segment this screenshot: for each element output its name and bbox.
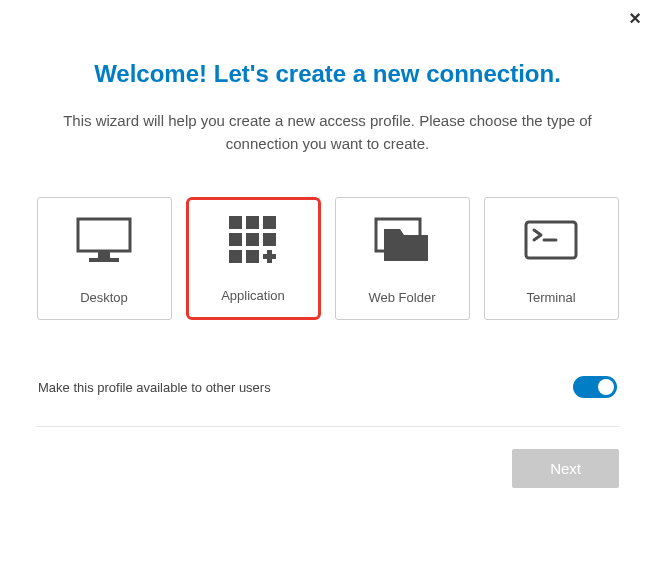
svg-rect-3 <box>229 216 242 229</box>
option-application[interactable]: Application <box>186 197 321 320</box>
wizard-body: Welcome! Let's create a new connection. … <box>0 0 655 427</box>
svg-rect-1 <box>98 251 110 258</box>
option-webfolder-label: Web Folder <box>369 290 436 305</box>
wizard-footer: Next <box>0 427 655 488</box>
share-profile-row: Make this profile available to other use… <box>36 376 619 398</box>
svg-rect-0 <box>78 219 130 251</box>
share-profile-label: Make this profile available to other use… <box>38 380 271 395</box>
svg-rect-4 <box>246 216 259 229</box>
page-subtitle: This wizard will help you create a new a… <box>36 110 619 155</box>
option-application-label: Application <box>221 288 285 303</box>
svg-rect-10 <box>246 250 259 263</box>
svg-rect-6 <box>229 233 242 246</box>
svg-rect-2 <box>89 258 119 262</box>
svg-rect-8 <box>263 233 276 246</box>
option-terminal-label: Terminal <box>526 290 575 305</box>
option-desktop-label: Desktop <box>80 290 128 305</box>
option-desktop[interactable]: Desktop <box>37 197 172 320</box>
connection-type-options: Desktop Application <box>36 197 619 320</box>
next-button[interactable]: Next <box>512 449 619 488</box>
option-webfolder[interactable]: Web Folder <box>335 197 470 320</box>
desktop-icon <box>38 198 171 272</box>
svg-rect-9 <box>229 250 242 263</box>
share-profile-toggle[interactable] <box>573 376 617 398</box>
terminal-icon <box>485 198 618 272</box>
option-terminal[interactable]: Terminal <box>484 197 619 320</box>
svg-rect-7 <box>246 233 259 246</box>
toggle-knob <box>598 379 614 395</box>
page-title: Welcome! Let's create a new connection. <box>36 60 619 88</box>
svg-rect-12 <box>263 254 276 259</box>
application-icon <box>189 200 318 270</box>
svg-rect-5 <box>263 216 276 229</box>
close-icon[interactable]: × <box>629 8 641 28</box>
webfolder-icon <box>336 198 469 272</box>
